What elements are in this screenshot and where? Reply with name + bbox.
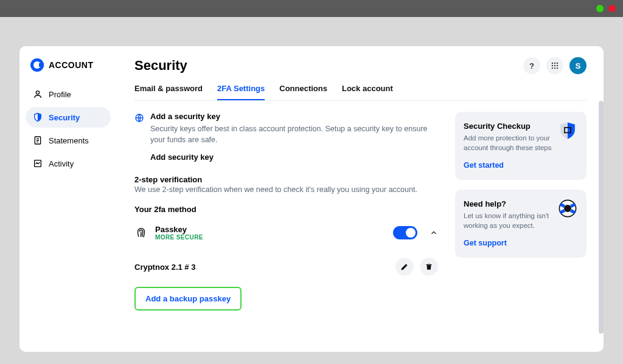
need-help-panel: Need help? Let us know if anything isn't… [455, 190, 586, 258]
sidebar-item-activity[interactable]: Activity [26, 153, 111, 174]
svg-point-13 [554, 67, 555, 69]
svg-point-12 [552, 67, 553, 69]
tab-connections[interactable]: Connections [279, 84, 327, 100]
passkey-toggle[interactable] [393, 226, 417, 239]
svg-point-0 [36, 91, 39, 94]
lifebuoy-icon [557, 198, 578, 219]
device-actions [395, 258, 438, 276]
user-avatar[interactable]: S [569, 57, 586, 74]
settings-column: Add a security key Security keys offer b… [134, 112, 438, 311]
security-key-desc: Security keys offer best in class accoun… [150, 123, 438, 145]
pencil-icon [400, 263, 409, 271]
svg-point-10 [554, 65, 555, 66]
trash-icon [425, 263, 433, 271]
app-card: ACCOUNT Profile Security Statements Acti… [19, 46, 604, 352]
two-step-desc: We use 2-step verification when we need … [134, 184, 438, 195]
two-step-title: 2-step verification [134, 175, 438, 184]
sidebar-item-label: Security [49, 113, 80, 122]
window-dot-red[interactable] [608, 5, 616, 12]
svg-point-9 [552, 65, 553, 66]
avatar-initial: S [576, 61, 581, 70]
sidebar-item-profile[interactable]: Profile [26, 84, 111, 105]
apps-grid-button[interactable] [546, 57, 563, 74]
tab-email-password[interactable]: Email & password [134, 84, 203, 100]
user-icon [33, 89, 43, 99]
method-text: Passkey MORE SECURE [155, 225, 386, 241]
edit-device-button[interactable] [395, 258, 414, 276]
sidebar-item-label: Profile [49, 90, 71, 99]
activity-icon [33, 159, 43, 168]
page-title: Security [134, 58, 187, 74]
svg-point-14 [557, 67, 558, 69]
fingerprint-icon [134, 226, 148, 239]
document-icon [33, 136, 43, 145]
grid-icon [551, 61, 559, 70]
brand: ACCOUNT [26, 58, 111, 84]
sidebar-item-statements[interactable]: Statements [26, 130, 111, 151]
security-checkup-panel: Security Checkup Add more protection to … [455, 112, 586, 180]
sidebar-item-label: Statements [49, 136, 89, 145]
svg-point-6 [552, 63, 553, 64]
security-key-title: Add a security key [150, 112, 438, 121]
svg-point-8 [557, 63, 558, 64]
delete-device-button[interactable] [420, 258, 438, 276]
globe-icon [134, 113, 144, 123]
svg-point-17 [564, 205, 571, 212]
method-tag: MORE SECURE [155, 234, 386, 241]
add-backup-passkey-button[interactable]: Add a backup passkey [134, 287, 242, 311]
header-actions: ? S [523, 57, 586, 74]
add-security-key-section: Add a security key Security keys offer b… [134, 112, 438, 162]
chevron-up-icon[interactable] [430, 228, 438, 237]
workspace: ACCOUNT Profile Security Statements Acti… [0, 17, 623, 364]
add-security-key-button[interactable]: Add security key [150, 153, 438, 162]
tabs: Email & password 2FA Settings Connection… [134, 84, 586, 101]
content-row: Add a security key Security keys offer b… [134, 112, 586, 311]
checkup-get-started-link[interactable]: Get started [464, 161, 504, 170]
page-header: Security ? S [134, 57, 586, 74]
shield-icon [33, 112, 43, 122]
checkup-shield-icon [557, 120, 578, 141]
side-panels: Security Checkup Add more protection to … [455, 112, 586, 311]
device-name: Cryptnox 2.1 # 3 [134, 263, 195, 272]
passkey-method-row: Passkey MORE SECURE [134, 225, 438, 241]
main-content: Security ? S Email & password 2FA Settin… [117, 46, 604, 352]
brand-name: ACCOUNT [49, 60, 94, 70]
window-dot-green[interactable] [596, 5, 604, 12]
help-icon: ? [529, 61, 534, 70]
get-support-link[interactable]: Get support [464, 239, 507, 247]
sidebar-item-security[interactable]: Security [26, 107, 111, 128]
window-titlebar [0, 0, 623, 17]
tab-lock-account[interactable]: Lock account [342, 84, 393, 100]
sidebar-item-label: Activity [49, 159, 74, 168]
sidebar: ACCOUNT Profile Security Statements Acti… [19, 46, 117, 352]
two-step-method-label: Your 2fa method [134, 205, 438, 214]
help-button[interactable]: ? [523, 57, 540, 74]
device-row: Cryptnox 2.1 # 3 [134, 258, 438, 276]
svg-point-11 [557, 65, 558, 66]
tab-2fa-settings[interactable]: 2FA Settings [217, 84, 265, 100]
brand-logo-icon [30, 58, 44, 72]
svg-point-7 [554, 63, 555, 64]
method-name: Passkey [155, 225, 386, 234]
